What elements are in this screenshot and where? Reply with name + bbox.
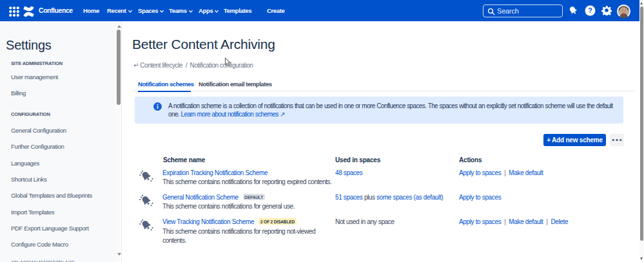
svg-text:?: ? bbox=[588, 6, 592, 14]
